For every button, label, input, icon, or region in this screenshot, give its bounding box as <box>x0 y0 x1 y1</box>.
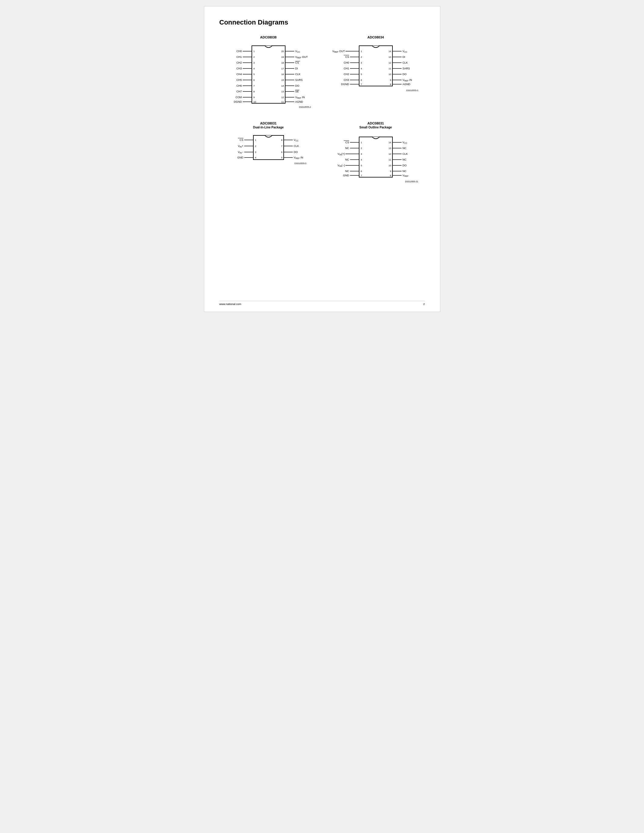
adc08031-dip-subtitle: Dual-In-Line Package <box>253 126 284 129</box>
svg-text:DGND: DGND <box>341 83 349 86</box>
svg-text:CS: CS <box>345 141 349 144</box>
svg-text:7: 7 <box>253 85 255 87</box>
svg-text:SARS: SARS <box>402 67 410 70</box>
svg-text:6: 6 <box>361 170 362 173</box>
adc08031-dip-title: ADC08031 <box>260 121 276 125</box>
svg-text:DS010555-2: DS010555-2 <box>299 106 311 108</box>
svg-text:2: 2 <box>255 145 256 148</box>
svg-text:DO: DO <box>294 151 298 154</box>
svg-text:VCC: VCC <box>402 50 407 53</box>
svg-text:16: 16 <box>281 73 284 76</box>
svg-text:9: 9 <box>390 170 391 173</box>
svg-text:DGND: DGND <box>233 100 242 103</box>
svg-text:13: 13 <box>281 90 284 93</box>
svg-text:NC: NC <box>402 158 406 161</box>
svg-text:12: 12 <box>388 153 391 155</box>
svg-text:1: 1 <box>253 50 255 53</box>
footer-page: 2 <box>423 302 425 306</box>
svg-text:DI: DI <box>402 55 405 58</box>
svg-text:6: 6 <box>253 79 255 82</box>
svg-text:SARS: SARS <box>295 79 303 82</box>
svg-text:VCC: VCC <box>294 138 298 142</box>
svg-text:CH2: CH2 <box>343 73 349 76</box>
svg-text:COM: COM <box>235 96 242 99</box>
adc08038-diagram: CH0 1 CH1 2 CH2 3 CH3 4 CH4 5 <box>225 40 312 109</box>
svg-text:VREF IN: VREF IN <box>402 79 412 82</box>
svg-text:VCC: VCC <box>295 50 300 53</box>
svg-text:9: 9 <box>390 79 391 82</box>
svg-text:CH2: CH2 <box>236 61 242 64</box>
svg-text:DS010555-31: DS010555-31 <box>405 180 418 183</box>
svg-text:7: 7 <box>361 83 362 86</box>
svg-text:VREF IN: VREF IN <box>294 156 303 159</box>
svg-text:10: 10 <box>388 164 391 167</box>
svg-text:DO: DO <box>295 84 299 87</box>
svg-text:SE: SE <box>295 90 299 93</box>
svg-text:12: 12 <box>388 61 391 64</box>
svg-text:13: 13 <box>388 147 391 150</box>
svg-text:10: 10 <box>253 101 256 103</box>
svg-text:18: 18 <box>281 61 284 64</box>
svg-text:20: 20 <box>281 50 284 53</box>
svg-text:17: 17 <box>281 67 284 70</box>
svg-text:CLK: CLK <box>402 152 408 155</box>
svg-text:7: 7 <box>281 145 282 148</box>
svg-text:NC: NC <box>345 146 349 150</box>
svg-text:3: 3 <box>361 153 362 155</box>
svg-text:AGND: AGND <box>295 100 303 103</box>
footer-url: www.national.com <box>219 302 242 306</box>
adc08031-sop-section: ADC08031 Small Outline Package CS 1 NC 2 <box>327 121 425 184</box>
svg-text:9: 9 <box>253 96 255 99</box>
svg-text:VREF OUT: VREF OUT <box>332 50 345 53</box>
svg-text:8: 8 <box>390 83 391 86</box>
svg-text:DO: DO <box>402 164 407 167</box>
svg-text:1: 1 <box>361 141 362 144</box>
svg-text:11: 11 <box>281 101 284 103</box>
adc08031-dip-diagram: CS 1 VIN+ 2 VIN− 3 GND 4 8 VCC <box>229 131 308 166</box>
svg-text:CH4: CH4 <box>236 73 242 76</box>
svg-text:AGND: AGND <box>402 83 411 86</box>
svg-text:CS: CS <box>295 61 299 64</box>
svg-text:DO: DO <box>402 73 407 76</box>
svg-text:2: 2 <box>361 56 362 58</box>
adc08038-section: ADC08038 CH0 1 CH1 2 CH2 3 <box>219 35 317 109</box>
svg-text:14: 14 <box>388 141 391 144</box>
svg-text:DS010555-5: DS010555-5 <box>294 162 306 164</box>
svg-text:CS: CS <box>240 138 243 142</box>
svg-text:12: 12 <box>281 96 284 99</box>
adc08034-section: ADC08034 VREF OUT 1 CS 2 CH0 3 <box>327 35 425 109</box>
svg-text:6: 6 <box>361 79 362 82</box>
svg-text:4: 4 <box>361 67 362 70</box>
adc08038-title: ADC08038 <box>260 35 276 39</box>
svg-text:NC: NC <box>402 146 406 150</box>
svg-text:CH0: CH0 <box>236 50 242 53</box>
svg-rect-136 <box>359 137 393 177</box>
svg-text:CH6: CH6 <box>236 84 242 87</box>
adc08031-sop-subtitle: Small Outline Package <box>359 126 392 129</box>
svg-text:13: 13 <box>388 56 391 58</box>
svg-text:CH3: CH3 <box>343 79 349 82</box>
svg-rect-64 <box>359 46 393 86</box>
svg-text:NC: NC <box>402 170 406 173</box>
svg-text:CH7: CH7 <box>236 90 242 93</box>
svg-text:NC: NC <box>345 170 349 173</box>
svg-text:6: 6 <box>281 151 282 154</box>
footer: www.national.com 2 <box>219 301 425 306</box>
svg-text:VCC: VCC <box>402 141 407 144</box>
svg-text:GND: GND <box>343 174 349 177</box>
svg-text:VREF IN: VREF IN <box>295 96 305 99</box>
svg-text:5: 5 <box>361 73 362 76</box>
adc08034-diagram: VREF OUT 1 CS 2 CH0 3 CH1 4 CH2 5 <box>332 40 420 93</box>
svg-text:3: 3 <box>253 61 255 64</box>
svg-text:1: 1 <box>361 50 362 53</box>
adc08031-dip-section: ADC08031 Dual-In-Line Package CS 1 VIN+ … <box>219 121 317 184</box>
svg-text:VIN(−): VIN(−) <box>337 164 345 167</box>
svg-text:15: 15 <box>281 79 284 82</box>
svg-text:4: 4 <box>255 156 256 159</box>
adc08031-sop-diagram: CS 1 NC 2 VIN(+) 3 NC 4 VIN(−) 5 <box>332 131 420 184</box>
svg-text:8: 8 <box>281 139 282 142</box>
svg-text:DI: DI <box>295 67 298 70</box>
svg-text:CLK: CLK <box>402 61 408 64</box>
page: Connection Diagrams ADC08038 CH0 1 CH1 2 <box>204 6 440 312</box>
diagrams-grid: ADC08038 CH0 1 CH1 2 CH2 3 <box>219 35 425 184</box>
